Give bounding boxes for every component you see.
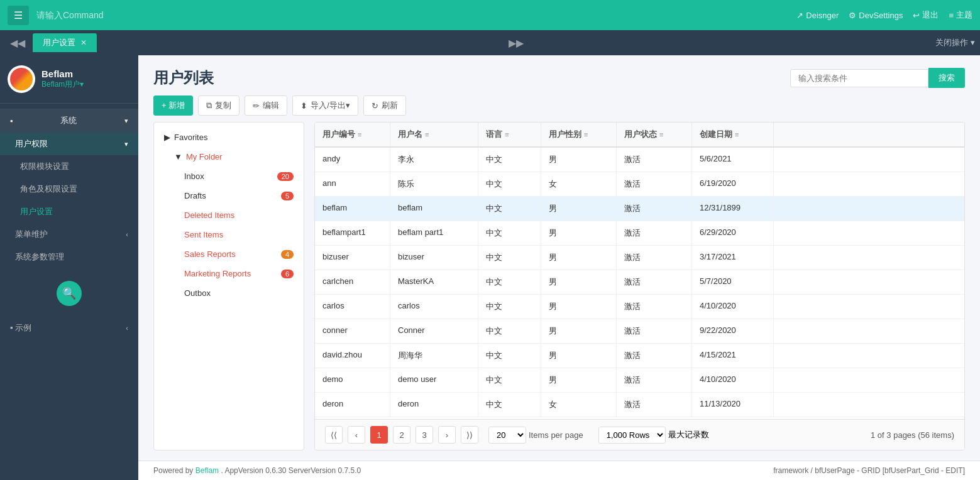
sidebar-item-user-rights[interactable]: 用户权限 ▾ bbox=[0, 133, 138, 155]
col-header-lang[interactable]: 语言 ≡ bbox=[478, 123, 541, 146]
cell-lang: 中文 bbox=[478, 197, 541, 221]
page-2-button[interactable]: 2 bbox=[393, 426, 410, 444]
logout-link[interactable]: ↩ 退出 bbox=[913, 9, 939, 21]
cell-id: beflampart1 bbox=[315, 221, 390, 245]
folder-drafts-label: Drafts bbox=[184, 191, 206, 200]
search-button[interactable]: 搜索 bbox=[928, 68, 965, 88]
sidebar-search-button[interactable]: 🔍 bbox=[57, 281, 82, 306]
cell-date: 12/31/1899 bbox=[692, 197, 774, 221]
close-ops-button[interactable]: 关闭操作 ▾ bbox=[935, 37, 975, 48]
expand-icon: ▶ bbox=[164, 133, 170, 142]
sidebar-item-user-settings[interactable]: 用户设置 bbox=[0, 200, 138, 223]
nav-forward-button[interactable]: ▶▶ bbox=[504, 35, 529, 52]
filter-id-icon: ≡ bbox=[358, 131, 361, 138]
tab-user-settings[interactable]: 用户设置 ✕ bbox=[33, 33, 97, 52]
page-title: 用户列表 bbox=[153, 68, 214, 88]
page-first-button[interactable]: ⟨⟨ bbox=[325, 426, 343, 444]
grid-body: andy李永中文男激活5/6/2021ann陈乐中文女激活6/19/2020be… bbox=[315, 148, 964, 419]
sidebar-item-role-rights[interactable]: 角色及权限设置 bbox=[0, 178, 138, 200]
folder-favorites[interactable]: ▶ Favorites bbox=[154, 128, 304, 147]
cell-lang: 中文 bbox=[478, 148, 541, 172]
table-row[interactable]: david.zhou周海华中文男激活4/15/2021 bbox=[315, 344, 964, 368]
cell-lang: 中文 bbox=[478, 246, 541, 270]
import-export-button[interactable]: ⬍ 导入/导出▾ bbox=[292, 95, 358, 116]
page-info: 1 of 3 pages (56 items) bbox=[871, 430, 954, 440]
folder-sales-reports[interactable]: Sales Reports 4 bbox=[154, 244, 304, 264]
table-row[interactable]: beflampart1beflam part1中文男激活6/29/2020 bbox=[315, 221, 964, 246]
folder-inbox[interactable]: Inbox 20 bbox=[154, 166, 304, 186]
folder-outbox[interactable]: Outbox bbox=[154, 283, 304, 303]
collapse-icon: ▼ bbox=[174, 152, 182, 161]
page-header: 用户列表 搜索 bbox=[138, 55, 980, 95]
sidebar-item-menu-maintain[interactable]: 菜单维护 ‹ bbox=[0, 223, 138, 246]
cell-name: carlos bbox=[390, 295, 478, 319]
sidebar-item-example[interactable]: ▪ 示例 ‹ bbox=[0, 316, 138, 340]
page-next-button[interactable]: › bbox=[438, 426, 456, 444]
page-last-button[interactable]: ⟩⟩ bbox=[461, 426, 478, 444]
table-row[interactable]: carlchenMasterKA中文男激活5/7/2020 bbox=[315, 270, 964, 295]
table-row[interactable]: deronderon中文女激活11/13/2020 bbox=[315, 393, 964, 417]
cell-date: 9/22/2020 bbox=[692, 319, 774, 343]
cell-status: 激活 bbox=[617, 197, 692, 221]
col-header-gender[interactable]: 用户性别 ≡ bbox=[541, 123, 617, 146]
table-row[interactable]: beflambeflam中文男激活12/31/1899 bbox=[315, 197, 964, 221]
cell-extra bbox=[774, 368, 964, 392]
close-tab-icon[interactable]: ✕ bbox=[80, 38, 87, 47]
user-label[interactable]: Beflam用户▾ bbox=[41, 79, 84, 90]
table-row[interactable]: carloscarlos中文男激活4/10/2020 bbox=[315, 295, 964, 319]
col-header-id[interactable]: 用户编号 ≡ bbox=[315, 123, 390, 146]
cell-id: ann bbox=[315, 172, 390, 196]
col-header-status[interactable]: 用户状态 ≡ bbox=[617, 123, 692, 146]
table-row[interactable]: connerConner中文男激活9/22/2020 bbox=[315, 319, 964, 344]
cell-id: conner bbox=[315, 319, 390, 343]
theme-link[interactable]: ≡ 主题 bbox=[949, 9, 972, 21]
cell-gender: 女 bbox=[541, 172, 617, 196]
rows-select[interactable]: 1,000 Rows 5,000 Rows bbox=[598, 427, 666, 444]
sidebar-item-system-params[interactable]: 系统参数管理 bbox=[0, 246, 138, 268]
refresh-button[interactable]: ↻ 刷新 bbox=[363, 95, 406, 116]
search-input[interactable] bbox=[790, 69, 928, 87]
cell-name: 陈乐 bbox=[390, 172, 478, 196]
cell-status: 激活 bbox=[617, 270, 692, 294]
table-row[interactable]: andy李永中文男激活5/6/2021 bbox=[315, 148, 964, 172]
cell-name: beflam part1 bbox=[390, 221, 478, 245]
edit-button[interactable]: ✏ 编辑 bbox=[245, 95, 287, 116]
folder-sales-label: Sales Reports bbox=[184, 249, 236, 259]
cell-status: 激活 bbox=[617, 148, 692, 172]
command-input[interactable] bbox=[36, 10, 789, 20]
import-icon: ⬍ bbox=[300, 101, 307, 111]
folder-my-folder[interactable]: ▼ My Folder bbox=[154, 147, 304, 166]
folder-my-folder-label: My Folder bbox=[186, 152, 223, 161]
cell-lang: 中文 bbox=[478, 344, 541, 368]
cell-name: 周海华 bbox=[390, 344, 478, 368]
folder-drafts[interactable]: Drafts 5 bbox=[154, 186, 304, 205]
copy-button[interactable]: ⧉ 复制 bbox=[198, 95, 239, 116]
folder-deleted-items[interactable]: Deleted Items bbox=[154, 205, 304, 225]
table-row[interactable]: demodemo user中文男激活4/10/2020 bbox=[315, 368, 964, 393]
devsettings-link[interactable]: ⚙ DevSettings bbox=[849, 11, 903, 20]
per-page-select[interactable]: 20 50 100 bbox=[488, 427, 526, 444]
col-header-date[interactable]: 创建日期 ≡ bbox=[692, 123, 774, 146]
footer-brand-link[interactable]: Beflam bbox=[195, 466, 219, 475]
add-button[interactable]: + 新增 bbox=[153, 95, 193, 116]
menu-button[interactable]: ☰ bbox=[8, 6, 29, 25]
table-row[interactable]: bizuserbizuser中文男激活3/17/2021 bbox=[315, 246, 964, 270]
col-header-name[interactable]: 用户名 ≡ bbox=[390, 123, 478, 146]
sidebar-system-header[interactable]: ▪ 系统 ▾ bbox=[0, 109, 138, 133]
cell-id: beflam bbox=[315, 197, 390, 221]
page-prev-button[interactable]: ‹ bbox=[348, 426, 365, 444]
cell-date: 4/15/2021 bbox=[692, 344, 774, 368]
page-3-button[interactable]: 3 bbox=[416, 426, 433, 444]
sidebar-item-rights-module[interactable]: 权限模块设置 bbox=[0, 155, 138, 178]
page-1-button[interactable]: 1 bbox=[370, 426, 388, 444]
nav-back-button[interactable]: ◀◀ bbox=[5, 35, 30, 52]
table-row[interactable]: ann陈乐中文女激活6/19/2020 bbox=[315, 172, 964, 197]
folder-marketing-reports[interactable]: Marketing Reports 6 bbox=[154, 264, 304, 283]
cell-lang: 中文 bbox=[478, 270, 541, 294]
cell-date: 5/6/2021 bbox=[692, 148, 774, 172]
folder-sent-items[interactable]: Sent Items bbox=[154, 225, 304, 244]
cell-date: 11/13/2020 bbox=[692, 393, 774, 417]
designer-icon: ↗ bbox=[796, 11, 803, 20]
tab-label: 用户设置 bbox=[43, 37, 75, 48]
designer-link[interactable]: ↗ Deisnger bbox=[796, 11, 839, 20]
